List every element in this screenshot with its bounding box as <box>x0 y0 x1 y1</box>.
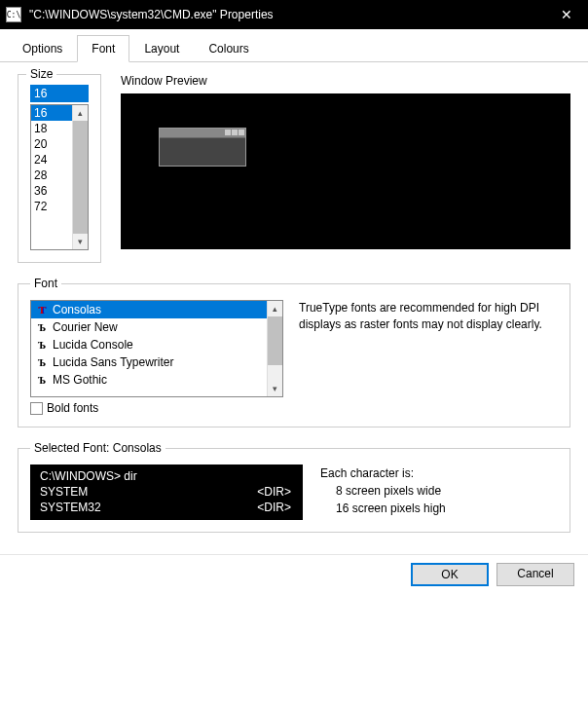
scroll-up-icon[interactable]: ▴ <box>73 105 88 121</box>
sample-line: SYSTEM<DIR> <box>40 484 293 500</box>
cancel-button[interactable]: Cancel <box>496 563 574 586</box>
font-option[interactable]: TConsolas <box>31 301 267 318</box>
tab-content: Size 16 18 20 24 28 36 72 ▴ ▾ <box>0 62 588 550</box>
size-group: Size 16 18 20 24 28 36 72 ▴ ▾ <box>18 74 101 263</box>
tab-font[interactable]: Font <box>77 35 129 62</box>
truetype-icon: Ъ <box>35 339 49 351</box>
tab-strip: Options Font Layout Colours <box>0 29 588 62</box>
font-legend: Font <box>30 277 61 290</box>
preview-group: Window Preview <box>121 74 570 263</box>
size-option[interactable]: 18 <box>31 121 72 136</box>
font-name: MS Gothic <box>53 373 107 387</box>
size-option[interactable]: 28 <box>31 167 72 183</box>
dialog-buttons: OK Cancel <box>0 554 588 600</box>
preview-btn-icon <box>232 130 238 135</box>
ok-button[interactable]: OK <box>411 563 489 586</box>
cmd-icon: C:\ <box>6 7 21 22</box>
size-listbox[interactable]: 16 18 20 24 28 36 72 ▴ ▾ <box>30 104 89 250</box>
preview-btn-icon <box>225 130 231 135</box>
preview-canvas <box>121 93 570 249</box>
window-title: "C:\WINDOWS\system32\CMD.exe" Properties <box>29 8 545 21</box>
font-option[interactable]: ЪLucida Sans Typewriter <box>31 353 267 371</box>
char-info-header: Each character is: <box>320 464 446 482</box>
font-name: Consolas <box>53 303 101 316</box>
checkbox-icon[interactable] <box>30 402 43 415</box>
selected-font-legend: Selected Font: Consolas <box>30 441 165 455</box>
font-hint: TrueType fonts are recommended for high … <box>299 300 558 415</box>
scroll-thumb[interactable] <box>73 121 88 234</box>
sample-line: SYSTEM32<DIR> <box>40 500 293 515</box>
font-group: Font TConsolas ЪCourier New ЪLucida Cons… <box>18 277 570 427</box>
size-option[interactable]: 24 <box>31 152 72 167</box>
font-scrollbar[interactable]: ▴ ▾ <box>267 301 282 396</box>
font-option[interactable]: ЪCourier New <box>31 318 267 336</box>
preview-window <box>159 128 246 167</box>
truetype-icon: Ъ <box>35 374 49 386</box>
char-info-wide: 8 screen pixels wide <box>320 482 446 500</box>
size-option[interactable]: 16 <box>31 105 72 121</box>
font-name: Lucida Console <box>53 338 133 352</box>
font-name: Lucida Sans Typewriter <box>53 355 174 369</box>
preview-window-titlebar <box>160 129 245 138</box>
size-option[interactable]: 72 <box>31 199 72 214</box>
tab-options[interactable]: Options <box>8 35 77 62</box>
scroll-up-icon[interactable]: ▴ <box>268 301 282 316</box>
char-info-high: 16 screen pixels high <box>320 500 446 517</box>
truetype-icon: Ъ <box>35 356 49 368</box>
selected-font-group: Selected Font: Consolas C:\WINDOWS> dir … <box>18 441 570 533</box>
scroll-down-icon[interactable]: ▾ <box>73 234 88 249</box>
tab-colours[interactable]: Colours <box>194 35 263 62</box>
char-info: Each character is: 8 screen pixels wide … <box>320 464 446 517</box>
font-name: Courier New <box>53 320 118 334</box>
preview-btn-icon <box>239 130 244 135</box>
scroll-thumb[interactable] <box>268 316 282 365</box>
truetype-icon: Ъ <box>35 321 49 333</box>
size-legend: Size <box>26 67 56 81</box>
font-option[interactable]: ЪLucida Console <box>31 336 267 353</box>
size-option[interactable]: 20 <box>31 136 72 152</box>
font-sample: C:\WINDOWS> dir SYSTEM<DIR> SYSTEM32<DIR… <box>30 464 303 520</box>
titlebar: C:\ "C:\WINDOWS\system32\CMD.exe" Proper… <box>0 0 588 29</box>
scroll-down-icon[interactable]: ▾ <box>268 381 282 396</box>
size-option[interactable]: 36 <box>31 183 72 199</box>
sample-line: C:\WINDOWS> dir <box>40 468 293 484</box>
close-button[interactable]: ✕ <box>545 0 588 29</box>
bold-fonts-checkbox[interactable]: Bold fonts <box>30 401 283 415</box>
bold-fonts-label: Bold fonts <box>47 401 98 415</box>
tab-layout[interactable]: Layout <box>129 35 194 62</box>
size-input[interactable] <box>30 85 89 102</box>
size-scrollbar[interactable]: ▴ ▾ <box>72 105 88 249</box>
truetype-icon: T <box>35 304 49 316</box>
font-listbox[interactable]: TConsolas ЪCourier New ЪLucida Console Ъ… <box>30 300 283 397</box>
font-option[interactable]: ЪMS Gothic <box>31 371 267 389</box>
preview-label: Window Preview <box>121 74 570 88</box>
